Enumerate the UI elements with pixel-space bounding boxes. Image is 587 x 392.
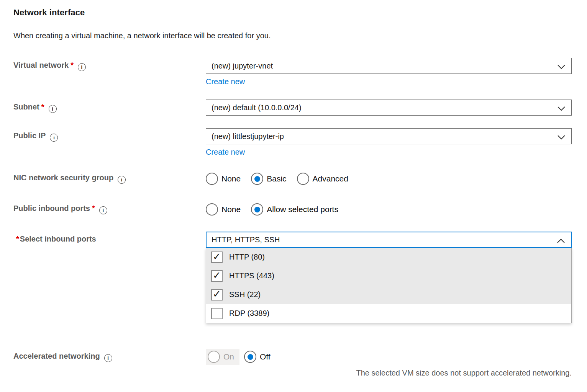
select-inbound-ports-label: Select inbound ports (20, 235, 96, 243)
public-inbound-ports-radio-group: None Allow selected ports (206, 201, 572, 216)
accelerated-networking-option-on: On (206, 349, 239, 365)
accelerated-networking-option-off[interactable]: Off (244, 351, 271, 363)
nic-nsg-option-advanced[interactable]: Advanced (297, 173, 348, 185)
port-option-https[interactable]: ✓ HTTPS (443) (206, 266, 571, 285)
required-asterisk: * (71, 61, 74, 69)
nic-nsg-option-none[interactable]: None (206, 173, 241, 185)
page-description: When creating a virtual machine, a netwo… (13, 31, 572, 40)
radio-selected-icon (244, 351, 256, 363)
public-inbound-ports-option-allow[interactable]: Allow selected ports (251, 203, 338, 216)
checkbox-checked-icon: ✓ (211, 270, 223, 282)
virtual-network-row: Virtual network*i (new) jupyter-vnet Cre… (13, 58, 572, 86)
required-asterisk: * (16, 235, 19, 243)
port-option-ssh[interactable]: ✓ SSH (22) (206, 285, 571, 304)
accelerated-networking-label: Accelerated networking (13, 352, 100, 360)
radio-selected-icon (251, 173, 263, 185)
subnet-row: Subnet*i (new) default (10.0.0.0/24) (13, 100, 572, 116)
chevron-down-icon (557, 63, 566, 72)
nic-nsg-option-basic[interactable]: Basic (251, 173, 286, 185)
accelerated-networking-radio-group: On Off (206, 349, 572, 365)
chevron-up-icon (557, 237, 565, 246)
checkbox-checked-icon: ✓ (211, 252, 223, 263)
radio-icon (297, 173, 309, 185)
info-icon[interactable]: i (49, 105, 57, 113)
public-ip-create-new-link[interactable]: Create new (206, 148, 245, 157)
virtual-network-value: (new) jupyter-vnet (212, 62, 273, 70)
required-asterisk: * (41, 103, 44, 111)
subnet-value: (new) default (10.0.0.0/24) (212, 103, 302, 112)
subnet-select[interactable]: (new) default (10.0.0.0/24) (206, 100, 572, 116)
public-inbound-ports-label-group: Public inbound ports*i (13, 201, 206, 214)
public-ip-label-group: Public IPi (13, 128, 206, 142)
public-inbound-ports-row: Public inbound ports*i None Allow select… (13, 201, 572, 216)
select-inbound-ports-dropdown-panel: ✓ HTTP (80) ✓ HTTPS (443) ✓ SSH (22) RDP… (206, 248, 572, 323)
public-inbound-ports-option-none[interactable]: None (206, 203, 241, 216)
nic-nsg-radio-group: None Basic Advanced (206, 170, 572, 185)
public-ip-label: Public IP (13, 131, 46, 140)
accelerated-networking-row: Accelerated networkingi On Off The selec… (13, 349, 572, 377)
accelerated-networking-note: The selected VM size does not support ac… (206, 369, 572, 377)
subnet-label-group: Subnet*i (13, 100, 206, 113)
select-inbound-ports-label-group: *Select inbound ports (13, 232, 206, 243)
checkbox-unchecked-icon (211, 308, 223, 319)
radio-disabled-icon (208, 351, 220, 363)
accelerated-networking-label-group: Accelerated networkingi (13, 349, 206, 362)
port-option-rdp[interactable]: RDP (3389) (206, 304, 571, 323)
info-icon[interactable]: i (118, 176, 126, 184)
chevron-down-icon (557, 133, 566, 142)
public-ip-row: Public IPi (new) littlestjupyter-ip Crea… (13, 128, 572, 157)
radio-selected-icon (251, 203, 263, 216)
public-ip-value: (new) littlestjupyter-ip (212, 132, 284, 141)
info-icon[interactable]: i (104, 354, 112, 362)
virtual-network-select[interactable]: (new) jupyter-vnet (206, 58, 572, 74)
subnet-label: Subnet (13, 103, 39, 111)
info-icon[interactable]: i (50, 134, 58, 142)
nic-nsg-label: NIC network security group (13, 173, 113, 182)
nic-nsg-row: NIC network security groupi None Basic A… (13, 170, 572, 185)
select-inbound-ports-value: HTTP, HTTPS, SSH (212, 235, 280, 244)
virtual-network-create-new-link[interactable]: Create new (206, 77, 245, 86)
nic-nsg-label-group: NIC network security groupi (13, 170, 206, 184)
page-title: Network interface (13, 8, 572, 18)
virtual-network-label: Virtual network (13, 61, 69, 69)
info-icon[interactable]: i (78, 63, 86, 71)
public-inbound-ports-label: Public inbound ports (13, 204, 90, 212)
radio-icon (206, 173, 218, 185)
checkbox-checked-icon: ✓ (211, 289, 223, 301)
network-interface-section: Network interface When creating a virtua… (0, 0, 587, 392)
select-inbound-ports-row: *Select inbound ports HTTP, HTTPS, SSH ✓… (13, 232, 572, 323)
select-inbound-ports-combobox[interactable]: HTTP, HTTPS, SSH (206, 232, 572, 248)
info-icon[interactable]: i (99, 206, 107, 214)
port-option-http[interactable]: ✓ HTTP (80) (206, 248, 571, 266)
required-asterisk: * (92, 204, 95, 212)
chevron-down-icon (557, 105, 566, 113)
radio-icon (206, 203, 218, 216)
virtual-network-label-group: Virtual network*i (13, 58, 206, 71)
public-ip-select[interactable]: (new) littlestjupyter-ip (206, 128, 572, 144)
